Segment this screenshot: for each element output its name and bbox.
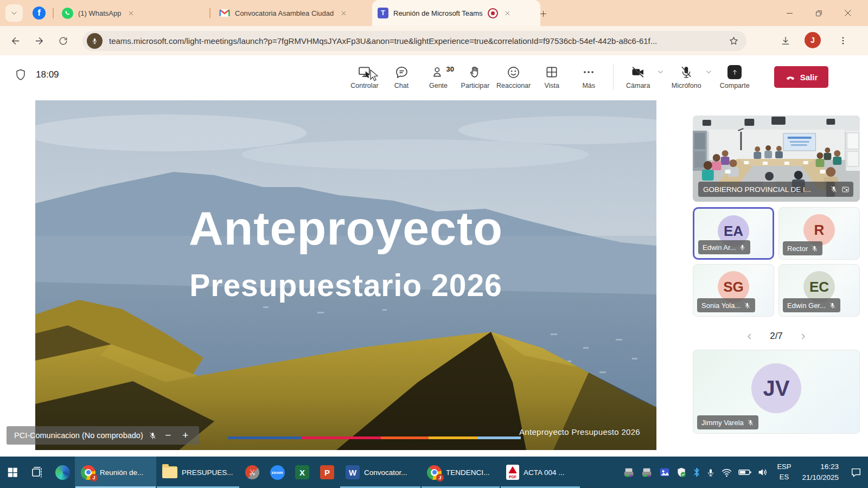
action-center-icon[interactable] <box>844 457 868 488</box>
new-tab-button[interactable] <box>536 7 550 21</box>
vista-button[interactable]: Vista <box>536 60 567 89</box>
tab-search-button[interactable] <box>5 4 23 22</box>
microfono-options-chevron-icon[interactable] <box>705 68 712 75</box>
presenter-mic-off-icon <box>149 432 157 440</box>
slide-stripe <box>381 436 429 439</box>
facebook-pinned-tab[interactable]: f <box>33 7 46 20</box>
edge-icon[interactable] <box>50 457 75 488</box>
snipping-tool-icon[interactable] <box>240 457 265 488</box>
bookmark-star-icon[interactable] <box>729 36 739 46</box>
teams-meeting-header: 18:09 Controlar Chat 30 Gente Participar <box>0 55 868 99</box>
tab-whatsapp-close-icon[interactable] <box>126 8 136 18</box>
mic-off-icon <box>830 185 838 193</box>
clock-date: 21/10/2025 <box>802 472 839 483</box>
main-video-tile[interactable]: GOBIERNO PROVINCIAL DE I... <box>693 115 860 202</box>
taskbar-app-chrome-tendencias[interactable]: J TENDENCI... <box>421 457 500 488</box>
browser-tab-strip: f (1) WhatsApp Convocatoria Asamblea Ciu… <box>0 0 868 26</box>
powerpoint-icon[interactable]: P <box>315 457 340 488</box>
camara-button[interactable]: Cámara <box>622 60 654 89</box>
participant-name-pill: Edwin Ar... <box>698 240 750 254</box>
microfono-button[interactable]: Micrófono <box>671 60 702 89</box>
tab-teams-close-icon[interactable] <box>503 8 513 18</box>
reaccionar-button[interactable]: Reaccionar <box>496 60 531 89</box>
meeting-elapsed-time: 18:09 <box>36 69 59 80</box>
url-bar[interactable]: teams.microsoft.com/light-meetings/launc… <box>82 31 746 51</box>
comparte-button[interactable]: Comparte <box>719 60 750 89</box>
taskbar-app-teams-meeting[interactable]: J Reunión de... <box>75 457 156 488</box>
participant-tile-rector[interactable]: R Rector <box>778 207 860 260</box>
battery-icon[interactable] <box>738 468 751 476</box>
slide-title-line2: Presupuestario 2026 <box>35 267 656 303</box>
share-screen-icon <box>727 65 742 79</box>
language-indicator[interactable]: ESP ES <box>771 457 796 488</box>
wifi-icon[interactable] <box>721 468 732 477</box>
shared-presentation-slide[interactable]: Anteproyecto Presupuestario 2026 Antepro… <box>35 100 656 450</box>
mic-on-icon <box>739 244 746 251</box>
pager-page-indicator: 2/7 <box>770 331 783 342</box>
pdf-icon: PDF <box>506 465 519 480</box>
mic-off-icon <box>747 419 754 426</box>
salir-button[interactable]: Salir <box>774 66 828 88</box>
device-tray-icon[interactable] <box>623 467 635 478</box>
browser-menu-icon[interactable] <box>834 32 852 49</box>
hangup-icon <box>785 72 796 82</box>
taskbar-clock[interactable]: 16:23 21/10/2025 <box>796 457 844 488</box>
participant-name-pill: Sonia Yola... <box>697 298 755 312</box>
microphone-tray-icon[interactable] <box>706 467 715 478</box>
camara-options-chevron-icon[interactable] <box>657 68 664 75</box>
controlar-button[interactable]: Controlar <box>349 60 380 89</box>
tab-gmail[interactable]: Convocatoria Asamblea Ciudad <box>214 0 378 26</box>
excel-icon[interactable]: X <box>290 457 315 488</box>
gente-button[interactable]: 30 Gente <box>423 60 454 89</box>
zoom-out-button[interactable]: − <box>162 429 174 441</box>
slide-stripe <box>429 436 477 439</box>
browser-toolbar: teams.microsoft.com/light-meetings/launc… <box>0 26 868 56</box>
teams-icon: T <box>378 8 388 18</box>
screen: f (1) WhatsApp Convocatoria Asamblea Ciu… <box>0 0 868 488</box>
window-restore-button[interactable] <box>812 6 826 20</box>
device-tray-icon[interactable] <box>641 467 653 478</box>
browser-profile-avatar[interactable]: J <box>805 32 821 48</box>
forward-button[interactable] <box>30 32 48 49</box>
photos-tray-icon[interactable] <box>659 467 670 477</box>
language-code: ESP <box>777 462 791 472</box>
participant-tile-edwin-ar[interactable]: EA Edwin Ar... <box>693 207 774 260</box>
start-button[interactable] <box>0 457 25 488</box>
volume-icon[interactable] <box>757 467 768 477</box>
tab-gmail-close-icon[interactable] <box>339 8 348 18</box>
security-shield-icon[interactable] <box>676 467 687 478</box>
participant-tile-jimmy[interactable]: JV Jimmy Varela <box>693 350 860 434</box>
windows-taskbar: J Reunión de... PRESUPUES... zoom X P W … <box>0 457 868 488</box>
taskbar-app-word-convocatoria[interactable]: W Convocator... <box>340 457 421 488</box>
window-minimize-button[interactable] <box>782 6 796 20</box>
zoom-app-icon[interactable]: zoom <box>265 457 290 488</box>
site-mic-permission-icon[interactable] <box>87 33 103 49</box>
zoom-in-button[interactable]: + <box>180 429 192 441</box>
slide-stripe <box>228 436 301 439</box>
presenter-bar: PCI-Comunicacion (No comprobado) − + <box>7 426 199 445</box>
pager-next-icon[interactable] <box>797 330 810 343</box>
tab-teams-label: Reunión de Microsoft Teams <box>393 9 483 17</box>
reload-button[interactable] <box>54 32 72 49</box>
pager-prev-icon[interactable] <box>743 330 756 343</box>
tab-teams-active[interactable]: T Reunión de Microsoft Teams <box>372 0 540 26</box>
clock-time: 16:23 <box>820 461 839 472</box>
taskbar-app-presupues-folder[interactable]: PRESUPUES... <box>156 457 240 488</box>
window-close-button[interactable] <box>841 6 855 20</box>
tab-whatsapp[interactable]: (1) WhatsApp <box>56 0 218 26</box>
mas-button[interactable]: Más <box>573 60 604 89</box>
video-settings-icon <box>841 185 850 194</box>
participar-button[interactable]: Participar <box>459 60 491 89</box>
task-view-button[interactable] <box>25 457 50 488</box>
taskbar-app-pdf-acta[interactable]: PDF ACTA 004 ... <box>500 457 580 488</box>
participant-tile-sonia[interactable]: SG Sonia Yola... <box>693 264 774 317</box>
chat-button[interactable]: Chat <box>386 60 417 89</box>
bluetooth-icon[interactable] <box>693 467 700 478</box>
whatsapp-icon <box>62 8 73 19</box>
chrome-icon: J <box>81 465 95 480</box>
slide-footer-caption: Anteproyecto Presupuesto 2026 <box>519 427 640 436</box>
participant-tile-edwin-ger[interactable]: EC Edwin Ger... <box>778 264 860 317</box>
back-button[interactable] <box>7 32 24 49</box>
presenter-name: PCI-Comunicacion (No comprobado) <box>14 431 143 440</box>
downloads-icon[interactable] <box>777 32 794 49</box>
